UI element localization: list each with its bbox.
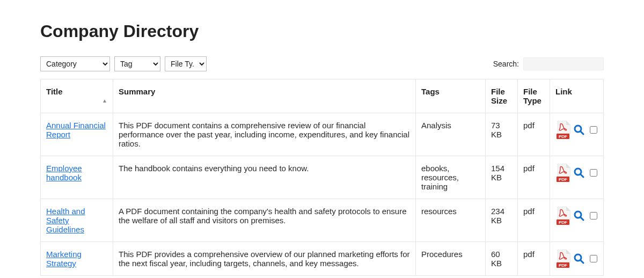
preview-icon[interactable] (574, 167, 584, 178)
row-select-checkbox[interactable] (590, 255, 597, 262)
search-input[interactable] (523, 57, 604, 70)
table-row: Marketing StrategyThis PDF provides a co… (41, 242, 604, 276)
col-title-header[interactable]: Title ▲ (41, 79, 113, 113)
pdf-icon[interactable]: PDF (555, 164, 570, 182)
document-tags: Procedures (416, 242, 486, 276)
document-tags: Analysis (416, 113, 486, 156)
col-filesize-header[interactable]: File Size (486, 79, 518, 113)
pdf-icon[interactable]: PDF (555, 250, 570, 268)
document-summary: The handbook contains everything you nee… (113, 156, 416, 199)
col-link-header: Link (550, 79, 604, 113)
document-filetype: pdf (518, 242, 550, 276)
col-tags-header[interactable]: Tags (416, 79, 486, 113)
link-cell: PDF (555, 207, 598, 225)
link-cell: PDF (555, 121, 598, 139)
document-filesize: 154 KB (486, 156, 518, 199)
document-summary: This PDF document contains a comprehensi… (113, 113, 416, 156)
link-cell: PDF (555, 250, 598, 268)
tag-select[interactable]: Tag (114, 56, 160, 71)
document-tags: resources (416, 199, 486, 242)
document-filesize: 60 KB (486, 242, 518, 276)
page-title: Company Directory (40, 21, 604, 41)
pdf-icon[interactable]: PDF (555, 121, 570, 139)
svg-text:PDF: PDF (559, 263, 567, 268)
controls-bar: Category Tag File Ty... Search: (40, 56, 604, 71)
sort-asc-icon: ▲ (102, 98, 107, 104)
svg-line-15 (581, 260, 583, 263)
table-row: Annual Financial ReportThis PDF document… (41, 113, 604, 156)
svg-text:PDF: PDF (559, 220, 567, 225)
svg-text:PDF: PDF (559, 177, 567, 182)
document-title-link[interactable]: Annual Financial Report (46, 121, 106, 139)
col-summary-header[interactable]: Summary (113, 79, 416, 113)
row-select-checkbox[interactable] (590, 212, 597, 220)
table-header-row: Title ▲ Summary Tags File Size File Type… (41, 79, 604, 113)
document-filesize: 234 KB (486, 199, 518, 242)
row-select-checkbox[interactable] (590, 169, 597, 177)
pdf-icon[interactable]: PDF (555, 207, 570, 225)
document-title-link[interactable]: Health and Safety Guidelines (46, 207, 85, 234)
search-box: Search: (493, 57, 604, 70)
svg-text:PDF: PDF (559, 134, 567, 139)
link-cell: PDF (555, 164, 598, 182)
svg-line-7 (581, 174, 583, 177)
col-filetype-header[interactable]: File Type (518, 79, 550, 113)
preview-icon[interactable] (574, 210, 584, 221)
table-row: Health and Safety GuidelinesA PDF docume… (41, 199, 604, 242)
preview-icon[interactable] (574, 253, 584, 264)
document-tags: ebooks, resources, training (416, 156, 486, 199)
document-filetype: pdf (518, 199, 550, 242)
document-filesize: 73 KB (486, 113, 518, 156)
document-title-link[interactable]: Marketing Strategy (46, 250, 82, 268)
row-select-checkbox[interactable] (590, 126, 597, 134)
document-summary: This PDF provides a comprehensive overvi… (113, 242, 416, 276)
filters: Category Tag File Ty... (40, 56, 207, 71)
col-title-label: Title (46, 87, 63, 96)
documents-table: Title ▲ Summary Tags File Size File Type… (40, 79, 604, 276)
preview-icon[interactable] (574, 125, 584, 135)
document-title-link[interactable]: Employee handbook (46, 164, 82, 182)
svg-line-11 (581, 217, 583, 220)
document-filetype: pdf (518, 113, 550, 156)
category-select[interactable]: Category (40, 56, 110, 71)
search-label: Search: (493, 60, 519, 68)
document-summary: A PDF document containing the company's … (113, 199, 416, 242)
svg-line-3 (581, 131, 583, 134)
table-row: Employee handbookThe handbook contains e… (41, 156, 604, 199)
filetype-select[interactable]: File Ty... (165, 56, 207, 71)
document-filetype: pdf (518, 156, 550, 199)
